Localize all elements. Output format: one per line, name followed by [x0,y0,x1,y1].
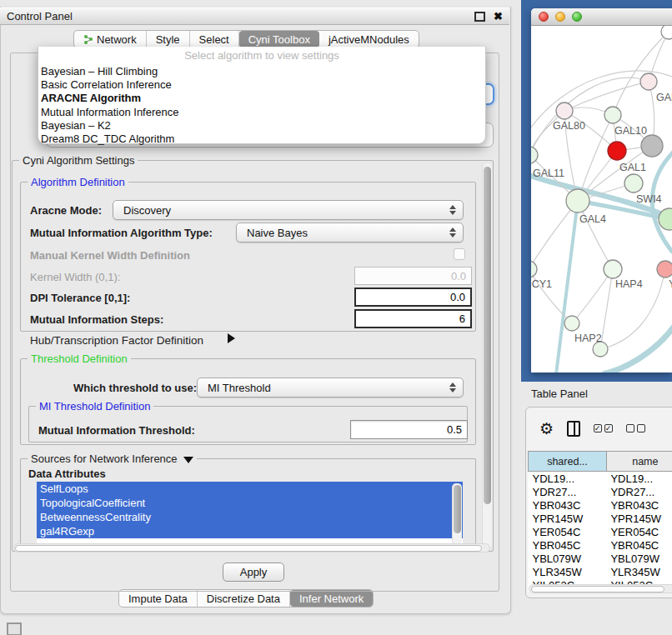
network-node-gcy1[interactable] [531,261,537,278]
tab-network[interactable]: Network [74,31,147,48]
table-cell[interactable]: YLR345W [606,565,672,578]
tab-label: Select [199,33,229,46]
algorithm-option[interactable]: Bayesian – K2 [38,119,485,132]
network-node-gal80[interactable] [556,102,573,119]
gear-icon[interactable]: ⚙ [539,421,554,437]
close-traffic-light-icon[interactable] [539,12,549,22]
network-node-y[interactable] [657,261,672,278]
minimized-panel-icon[interactable] [7,622,22,635]
network-node-gal11[interactable] [531,147,538,163]
table-cell[interactable]: YBR043C [606,498,672,512]
network-node-gal10[interactable] [604,107,621,123]
network-window: GALGAL80GAL10GAL1GAL11SWI4GAL4GCY1HAP4YH… [531,8,672,372]
table-row[interactable]: YER054CYER054C8. [529,525,672,538]
table-cell[interactable]: YDR27... [529,485,607,498]
table-cell[interactable]: YPR145W [606,512,672,525]
algorithm-option[interactable]: Bayesian – Hill Climbing [38,65,485,78]
close-icon[interactable]: ✖ [494,11,503,22]
table-cell[interactable]: YLR345W [529,565,607,578]
network-node-hap4[interactable] [604,260,622,278]
table-cell[interactable]: YDL19... [606,472,672,486]
tab-impute-data[interactable]: Impute Data [119,590,198,607]
table-row[interactable]: YDR27...YDR27...12 [529,485,672,498]
table-cell[interactable]: YER054C [529,525,607,538]
table-cell[interactable]: YER054C [606,525,672,538]
network-icon [83,34,93,44]
tab-label: jActiveMNodules [328,33,409,46]
tab-label: Cyni Toolbox [248,33,310,46]
table-row[interactable]: YBR043CYBR043C [529,498,672,512]
node-label: GAL4 [579,213,606,225]
network-window-frame: GALGAL80GAL10GAL1GAL11SWI4GAL4GCY1HAP4YH… [521,0,672,382]
columns-icon[interactable] [567,421,579,437]
column-header-2[interactable]: name [606,452,672,472]
network-node-swi4[interactable] [624,174,643,192]
tab-label: Infer Network [299,592,364,605]
table-cell[interactable]: YBL079W [529,552,607,565]
bottom-tab-bar: Impute DataDiscretize DataInfer Network [118,589,374,608]
node-label: GCY1 [531,278,552,290]
table-cell[interactable]: YBL079W [606,552,672,565]
tab-select[interactable]: Select [190,31,239,48]
algorithm-option[interactable]: ARACNE Algorithm [38,92,485,105]
tab-label: Network [97,33,137,46]
node-label: HAP4 [615,278,643,290]
table-cell[interactable]: YPR145W [529,512,607,525]
table-cell[interactable]: YBR043C [529,498,607,512]
column-header-1[interactable]: shared... [529,452,607,472]
node-label: GAL80 [553,120,585,132]
tab-style[interactable]: Style [147,31,190,48]
node-table[interactable]: shared...nameA YDL19...YDL19...13YDR27..… [528,451,672,592]
table-cell[interactable]: YBR045C [606,538,672,552]
network-node-gal1[interactable] [608,142,626,160]
table-row[interactable]: YBL079WYBL079W [529,552,672,565]
tab-discretize-data[interactable]: Discretize Data [198,590,290,607]
node-label: GAL11 [533,168,564,179]
select-all-checks-icon[interactable]: ✓✓ [594,424,613,432]
table-cell[interactable]: YDR27... [606,485,672,498]
dropdown-hint: Select algorithm to view settings [38,47,485,65]
network-node-gal4[interactable] [566,189,589,212]
control-panel-titlebar: Control Panel ✖ [0,8,509,25]
tab-label: Impute Data [128,592,188,605]
node-label: GAL [656,92,672,103]
table-toolbar: ⚙ ✓✓ [526,416,672,441]
deselect-all-checks-icon[interactable] [626,424,645,432]
algorithm-dropdown-list: Select algorithm to view settings Bayesi… [38,47,486,144]
table-row[interactable]: YPR145WYPR145W9. [529,512,672,525]
node-label: GAL10 [614,125,647,137]
network-canvas[interactable]: GALGAL80GAL10GAL1GAL11SWI4GAL4GCY1HAP4YH… [531,26,672,372]
network-node-gal[interactable] [640,73,657,90]
float-window-icon[interactable] [474,12,485,22]
table-row[interactable]: YDL19...YDL19...13 [529,472,672,486]
table-cell[interactable]: YDL19... [529,472,607,486]
table-panel-title: Table Panel [531,388,588,400]
algorithm-option[interactable]: Mutual Information Inference [38,106,485,119]
network-node-hap2[interactable] [564,316,579,331]
panel-title: Control Panel [7,10,73,22]
table-horizontal-scrollbar[interactable] [529,584,672,593]
tab-label: Style [156,33,180,46]
tab-label: Discretize Data [207,592,280,605]
table-cell[interactable]: YBR045C [529,538,607,552]
minimize-traffic-light-icon[interactable] [555,12,565,22]
screenshot-root: Control Panel ✖ NetworkStyleSelectCyni T… [0,0,672,635]
tab-cyni-toolbox[interactable]: Cyni Toolbox [239,31,319,48]
tab-jactivemnodules[interactable]: jActiveMNodules [319,31,419,48]
node-label: SWI4 [636,193,662,205]
zoom-traffic-light-icon[interactable] [572,12,582,22]
algorithm-option[interactable]: Dream8 DC_TDC Algorithm [38,132,485,146]
network-window-titlebar[interactable] [531,8,672,26]
node-label: HAP2 [574,332,602,344]
table-row[interactable]: YLR345WYLR345W9. [529,565,672,578]
node-label: GAL1 [619,162,646,173]
tab-infer-network[interactable]: Infer Network [290,590,373,607]
network-node[interactable] [641,135,663,157]
table-row[interactable]: YBR045CYBR045C9. [529,538,672,552]
table-panel: ⚙ ✓✓ shared...nameA YDL19...YDL19...13YD… [525,407,672,598]
node-label: Y [669,278,672,290]
algorithm-option[interactable]: Basic Correlation Inference [38,78,485,92]
control-panel-tab-bar: NetworkStyleSelectCyni ToolboxjActiveMNo… [73,30,419,48]
